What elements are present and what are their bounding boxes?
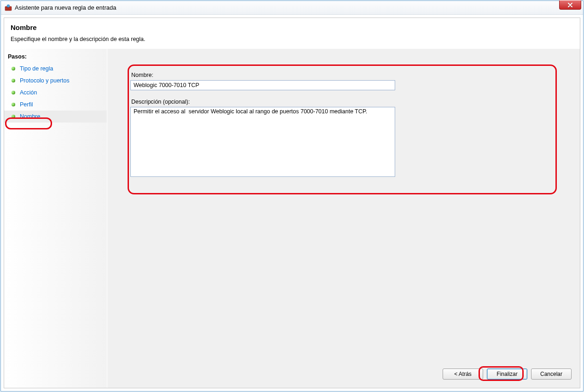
step-accion[interactable]: Acción bbox=[4, 87, 107, 99]
finish-button[interactable]: Finalizar bbox=[487, 369, 527, 380]
wizard-button-row: < Atrás Finalizar Cancelar bbox=[443, 369, 572, 380]
steps-heading: Pasos: bbox=[4, 52, 107, 63]
steps-sidebar: Pasos: Tipo de regla Protocolo y puertos… bbox=[4, 49, 107, 388]
step-protocolo-y-puertos[interactable]: Protocolo y puertos bbox=[4, 75, 107, 87]
bullet-icon bbox=[12, 103, 15, 106]
step-label: Protocolo y puertos bbox=[20, 76, 70, 85]
page-subtitle: Especifique el nombre y la descripción d… bbox=[11, 36, 573, 42]
step-label: Nombre bbox=[20, 112, 40, 121]
form-zone: Nombre: Descripción (opcional): bbox=[130, 67, 543, 178]
close-button[interactable] bbox=[559, 0, 581, 10]
name-label: Nombre: bbox=[131, 72, 543, 78]
step-label: Acción bbox=[20, 88, 37, 97]
wizard-header: Nombre Especifique el nombre y la descri… bbox=[4, 18, 580, 49]
description-textarea[interactable] bbox=[130, 107, 395, 177]
bullet-icon bbox=[12, 115, 15, 118]
bullet-icon bbox=[12, 91, 15, 94]
firewall-icon bbox=[5, 4, 12, 12]
name-input[interactable] bbox=[130, 80, 395, 90]
description-label: Descripción (opcional): bbox=[131, 99, 543, 105]
titlebar[interactable]: Asistente para nueva regla de entrada bbox=[1, 1, 583, 15]
page-title: Nombre bbox=[11, 23, 573, 31]
bullet-icon bbox=[12, 79, 15, 82]
window-title: Asistente para nueva regla de entrada bbox=[15, 4, 116, 11]
step-tipo-de-regla[interactable]: Tipo de regla bbox=[4, 63, 107, 75]
step-perfil[interactable]: Perfil bbox=[4, 99, 107, 111]
cancel-button[interactable]: Cancelar bbox=[531, 369, 572, 380]
main-panel: Nombre: Descripción (opcional): < Atrás … bbox=[107, 49, 580, 388]
step-label: Perfil bbox=[20, 100, 33, 109]
wizard-window: Asistente para nueva regla de entrada No… bbox=[0, 0, 584, 392]
wizard-content: Nombre Especifique el nombre y la descri… bbox=[4, 18, 580, 388]
back-button[interactable]: < Atrás bbox=[443, 369, 483, 380]
wizard-body: Pasos: Tipo de regla Protocolo y puertos… bbox=[4, 49, 580, 388]
close-icon bbox=[567, 3, 573, 7]
bullet-icon bbox=[12, 67, 15, 70]
step-label: Tipo de regla bbox=[20, 64, 53, 73]
step-nombre[interactable]: Nombre bbox=[4, 111, 107, 123]
